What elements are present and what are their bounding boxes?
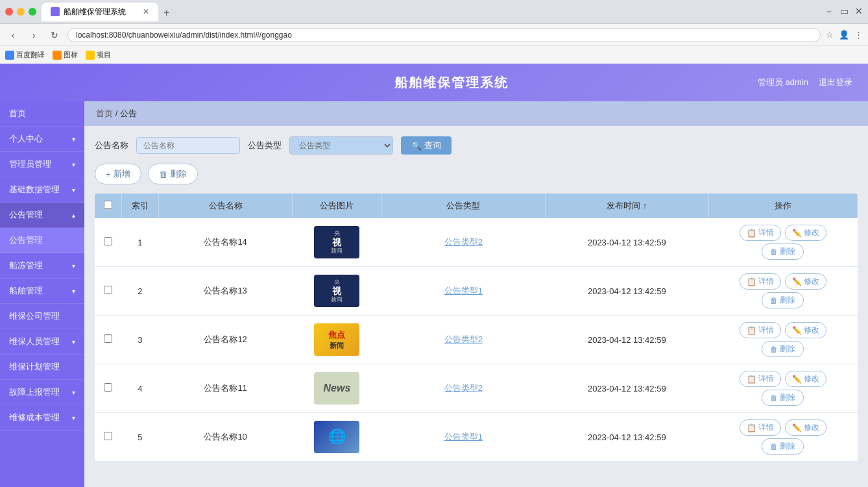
edit-button[interactable]: ✏️ 修改 [785, 322, 826, 338]
delete-row-button[interactable]: 🗑 删除 [762, 292, 804, 308]
minimize-icon[interactable]: － [825, 6, 834, 18]
del-label: 删除 [780, 343, 795, 355]
detail-button[interactable]: 📋 详情 [740, 273, 781, 290]
detail-label: 详情 [758, 227, 774, 238]
table-row: 5 公告名称10 🌐 公告类型1 2023-04-12 13:42:59 [95, 413, 858, 462]
sidebar-label-announcement-parent: 公告管理 [9, 209, 43, 221]
app-title: 船舶维保管理系统 [394, 74, 509, 92]
op-row-top: 📋 详情 ✏️ 修改 [740, 225, 826, 241]
type-link[interactable]: 公告类型2 [444, 334, 483, 344]
bookmark-star-icon[interactable]: ☆ [826, 30, 834, 40]
restore-icon[interactable]: ▭ [840, 6, 849, 18]
back-button[interactable]: ‹ [5, 27, 21, 43]
delete-row-button[interactable]: 🗑 删除 [762, 438, 804, 455]
url-input[interactable]: localhost:8080/chuanboweixiu/admin/dist/… [67, 28, 821, 42]
batch-delete-button[interactable]: 🗑 删除 [148, 164, 198, 184]
op-row-bottom: 🗑 删除 [762, 244, 804, 260]
forward-button[interactable]: › [26, 27, 42, 43]
row-checkbox-cell [95, 413, 121, 462]
edit-label: 修改 [804, 325, 819, 336]
row-type: 公告类型2 [381, 316, 545, 364]
del-icon: 🗑 [770, 345, 778, 354]
sidebar-label-maintenance-company: 维保公司管理 [9, 310, 60, 322]
edit-button[interactable]: ✏️ 修改 [785, 419, 826, 436]
row-checkbox[interactable] [104, 334, 112, 343]
type-search-select[interactable]: 公告类型 公告类型1 公告类型2 [289, 136, 393, 155]
edit-button[interactable]: ✏️ 修改 [785, 273, 826, 290]
window-close-icon[interactable]: ✕ [855, 6, 863, 18]
row-op: 📋 详情 ✏️ 修改 [708, 218, 857, 267]
row-index: 2 [121, 267, 158, 316]
search-btn-label: 查询 [424, 140, 441, 151]
search-button[interactable]: 🔍 查询 [401, 136, 452, 155]
sidebar-item-ship[interactable]: 船舶管理 ▾ [0, 279, 84, 304]
detail-button[interactable]: 📋 详情 [740, 371, 781, 387]
edit-icon: ✏️ [792, 277, 802, 286]
refresh-button[interactable]: ↻ [47, 27, 62, 43]
data-table: 索引 公告名称 公告图片 公告类型 发布时间 ↑ 操作 [95, 194, 858, 462]
announcement-image: 🌐 [314, 421, 359, 453]
sidebar-label-ship-freeze: 船冻管理 [9, 260, 43, 271]
add-button[interactable]: + 新增 [95, 164, 141, 184]
active-tab[interactable]: 船舶维保管理系统 ✕ [42, 3, 158, 21]
sidebar-label-ship: 船舶管理 [9, 285, 43, 297]
edit-button[interactable]: ✏️ 修改 [785, 371, 826, 387]
sidebar-item-ship-freeze[interactable]: 船冻管理 ▾ [0, 253, 84, 279]
profile-icon[interactable]: 👤 [839, 30, 849, 40]
edit-button[interactable]: ✏️ 修改 [785, 225, 826, 241]
sidebar-item-personal[interactable]: 个人中心 ▾ [0, 127, 84, 152]
sidebar-item-maintenance-plan[interactable]: 维保计划管理 [0, 355, 84, 380]
op-buttons: 📋 详情 ✏️ 修改 [714, 225, 852, 260]
detail-icon: 📋 [747, 229, 756, 238]
row-checkbox[interactable] [104, 383, 112, 392]
bookmark-icons[interactable]: 图标 [53, 50, 78, 60]
type-link[interactable]: 公告类型2 [444, 237, 483, 247]
sidebar-item-home[interactable]: 首页 [0, 101, 84, 127]
sidebar-item-fault[interactable]: 故障上报管理 ▾ [0, 380, 84, 405]
bookmark-project[interactable]: 项目 [86, 50, 111, 60]
max-dot[interactable] [29, 8, 36, 16]
tab-close-icon[interactable]: ✕ [143, 7, 149, 16]
detail-button[interactable]: 📋 详情 [740, 322, 781, 338]
type-link[interactable]: 公告类型1 [444, 286, 483, 295]
logout-button[interactable]: 退出登录 [819, 77, 852, 88]
sidebar-item-announcement-parent[interactable]: 公告管理 ▴ [0, 203, 84, 228]
min-dot[interactable] [17, 8, 25, 16]
bookmark-label-project: 项目 [97, 50, 111, 60]
settings-icon[interactable]: ⋮ [854, 30, 863, 40]
table-header: 索引 公告名称 公告图片 公告类型 发布时间 ↑ 操作 [95, 194, 858, 218]
sidebar-item-announcement[interactable]: 公告管理 [0, 228, 84, 253]
add-label: 新增 [114, 168, 130, 180]
row-checkbox-cell [95, 316, 121, 364]
type-link[interactable]: 公告类型1 [444, 432, 483, 442]
tab-title: 船舶维保管理系统 [64, 6, 126, 18]
delete-row-button[interactable]: 🗑 删除 [762, 244, 804, 260]
name-search-input[interactable] [136, 137, 240, 154]
row-checkbox[interactable] [104, 237, 112, 245]
detail-label: 详情 [758, 422, 774, 433]
sidebar-item-maintenance-company[interactable]: 维保公司管理 [0, 304, 84, 329]
breadcrumb-home[interactable]: 首页 [96, 108, 113, 118]
delete-row-button[interactable]: 🗑 删除 [762, 390, 804, 406]
row-index: 3 [121, 316, 158, 364]
sidebar-item-maintenance-staff[interactable]: 维保人员管理 ▾ [0, 329, 84, 355]
bookmark-translate[interactable]: 百度翻译 [5, 50, 45, 60]
detail-button[interactable]: 📋 详情 [740, 225, 781, 241]
announcement-image: News [314, 372, 359, 405]
close-dot[interactable] [5, 8, 13, 16]
detail-icon: 📋 [747, 423, 756, 432]
header-op: 操作 [708, 194, 857, 218]
header-time: 发布时间 ↑ [545, 194, 708, 218]
sidebar-item-cost[interactable]: 维修成本管理 ▾ [0, 405, 84, 431]
sidebar-item-admin[interactable]: 管理员管理 ▾ [0, 152, 84, 177]
row-checkbox[interactable] [104, 286, 112, 294]
select-all-checkbox[interactable] [104, 201, 112, 209]
row-checkbox[interactable] [104, 432, 112, 440]
type-link[interactable]: 公告类型2 [444, 383, 483, 393]
new-tab-button[interactable]: + [158, 5, 175, 21]
op-buttons: 📋 详情 ✏️ 修改 [714, 273, 852, 308]
sidebar-item-basic[interactable]: 基础数据管理 ▾ [0, 177, 84, 203]
detail-button[interactable]: 📋 详情 [740, 419, 781, 436]
delete-row-button[interactable]: 🗑 删除 [762, 341, 804, 357]
app-body: 首页 个人中心 ▾ 管理员管理 ▾ 基础数据管理 ▾ 公告管理 ▴ [0, 101, 868, 487]
